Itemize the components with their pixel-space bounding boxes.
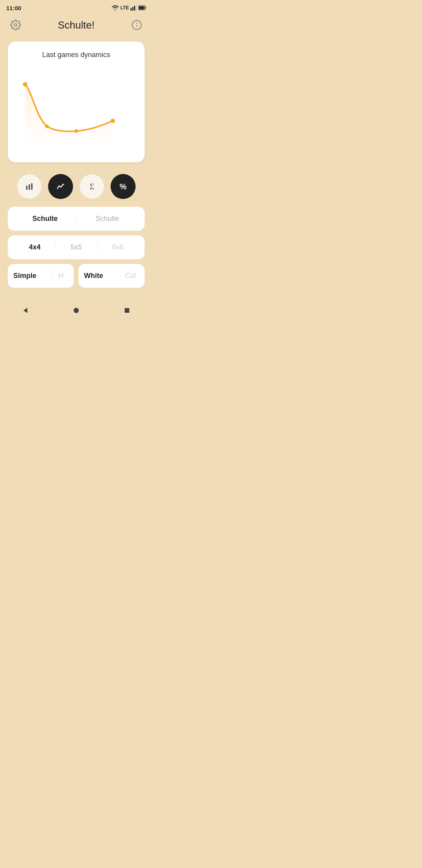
game-type-schulte-2[interactable]: Schulte xyxy=(78,213,137,224)
svg-rect-16 xyxy=(29,185,30,190)
selector-divider-3 xyxy=(97,243,97,252)
mode-simple[interactable]: Simple xyxy=(13,270,50,282)
color-white[interactable]: White xyxy=(84,270,118,282)
svg-point-11 xyxy=(23,82,27,86)
signal-icon xyxy=(131,5,137,11)
grid-5x5[interactable]: 5x5 xyxy=(57,242,95,253)
mode-selector: Simple H xyxy=(8,264,74,288)
info-icon xyxy=(131,20,142,30)
selector-divider-1 xyxy=(76,214,77,224)
svg-rect-5 xyxy=(145,7,146,9)
chart-area xyxy=(14,67,138,153)
svg-point-13 xyxy=(74,129,78,133)
chart-card: Last games dynamics xyxy=(8,41,145,162)
grid-6x6[interactable]: 6x6 xyxy=(99,242,137,253)
grid-4x4[interactable]: 4x4 xyxy=(16,242,54,253)
settings-icon xyxy=(10,20,21,30)
svg-point-12 xyxy=(45,124,49,128)
status-icons: LTE xyxy=(112,5,146,11)
svg-rect-3 xyxy=(136,5,137,11)
info-button[interactable] xyxy=(129,17,145,33)
home-icon xyxy=(72,307,80,314)
selector-divider-2 xyxy=(55,243,55,252)
selector-divider-4 xyxy=(52,271,52,281)
nav-bar xyxy=(0,296,152,328)
sum-icon: Σ xyxy=(89,182,94,191)
svg-rect-1 xyxy=(132,7,134,11)
bottom-selector-row: Simple H White Col xyxy=(8,264,145,288)
svg-marker-18 xyxy=(23,308,27,313)
settings-button[interactable] xyxy=(8,17,23,33)
bar-chart-icon xyxy=(25,182,34,191)
svg-point-19 xyxy=(73,308,79,313)
filter-line-chart[interactable] xyxy=(48,174,73,199)
grid-selector: 4x4 5x5 6x6 xyxy=(8,235,145,259)
color-col[interactable]: Col xyxy=(122,270,139,282)
battery-icon xyxy=(138,5,146,10)
color-selector: White Col xyxy=(79,264,145,288)
app-bar: Schulte! xyxy=(0,14,152,38)
status-time: 11:00 xyxy=(6,5,21,11)
wifi-icon xyxy=(112,5,119,11)
lte-label: LTE xyxy=(120,5,129,11)
chart-svg xyxy=(14,67,138,153)
nav-home-button[interactable] xyxy=(68,302,85,319)
filter-sum[interactable]: Σ xyxy=(79,174,104,199)
recents-icon xyxy=(123,307,131,314)
svg-rect-17 xyxy=(31,183,33,190)
svg-rect-6 xyxy=(139,7,144,9)
game-type-schulte-1[interactable]: Schulte xyxy=(16,213,75,224)
line-chart-icon xyxy=(56,182,65,191)
svg-point-7 xyxy=(14,24,17,27)
nav-recents-button[interactable] xyxy=(118,302,136,319)
selector-divider-5 xyxy=(120,271,120,281)
status-bar: 11:00 LTE xyxy=(0,0,152,14)
percent-icon: % xyxy=(120,182,127,191)
svg-rect-0 xyxy=(131,8,132,11)
filter-percent[interactable]: % xyxy=(111,174,136,199)
filter-bar-chart[interactable] xyxy=(17,174,42,199)
svg-rect-2 xyxy=(134,6,135,11)
filter-row: Σ % xyxy=(8,174,145,199)
svg-rect-20 xyxy=(125,308,129,313)
svg-point-14 xyxy=(111,118,115,123)
mode-h[interactable]: H xyxy=(54,270,68,282)
chart-title: Last games dynamics xyxy=(14,51,138,59)
app-title: Schulte! xyxy=(58,19,95,31)
back-icon xyxy=(21,307,29,314)
game-type-selector: Schulte Schulte xyxy=(8,207,145,231)
svg-rect-15 xyxy=(26,186,28,190)
nav-back-button[interactable] xyxy=(17,302,34,319)
